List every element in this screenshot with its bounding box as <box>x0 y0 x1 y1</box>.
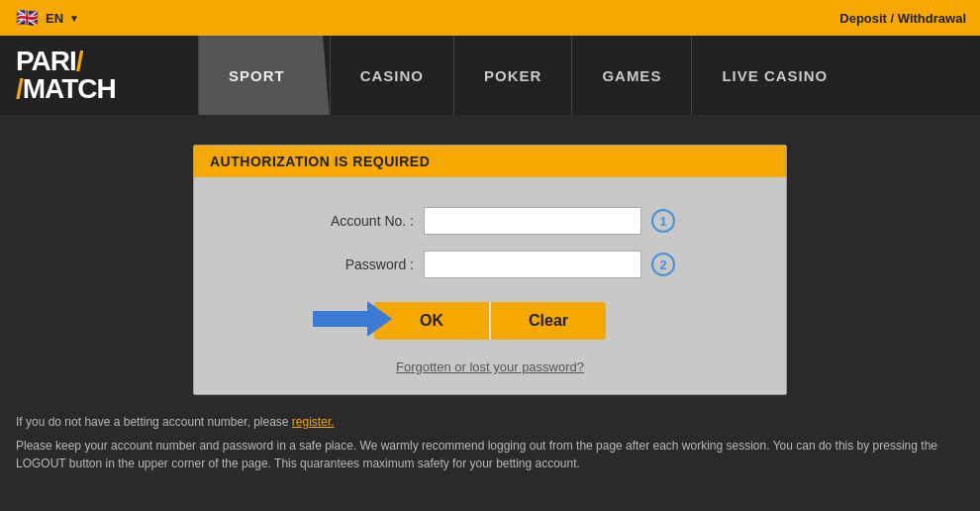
chevron-down-icon: ▼ <box>69 13 79 24</box>
footer-line1-prefix: If you do not have a betting account num… <box>16 415 292 429</box>
footer-line2: Please keep your account number and pass… <box>16 437 964 472</box>
register-link[interactable]: register. <box>292 415 335 429</box>
nav-item-games[interactable]: GAMES <box>571 36 691 115</box>
logo-match: /MATCH <box>16 75 116 103</box>
footer-line1: If you do not have a betting account num… <box>16 413 964 431</box>
password-row: Password : 2 <box>234 251 746 278</box>
password-label: Password : <box>305 256 414 272</box>
nav-item-casino[interactable]: CASINO <box>330 36 453 115</box>
deposit-withdrawal-link[interactable]: Deposit / Withdrawal <box>839 11 966 26</box>
auth-dialog: AUTHORIZATION IS REQUIRED Account No. : … <box>193 145 787 395</box>
account-label: Account No. : <box>305 213 414 229</box>
nav-item-poker[interactable]: POKER <box>453 36 571 115</box>
flag-icon: 🇬🇧 <box>14 9 40 27</box>
main-content: AUTHORIZATION IS REQUIRED Account No. : … <box>0 115 980 511</box>
main-nav: SPORT CASINO POKER GAMES LIVE CASINO <box>198 36 980 115</box>
auth-header: AUTHORIZATION IS REQUIRED <box>194 146 786 177</box>
svg-marker-0 <box>313 301 392 337</box>
header: PARI/ /MATCH SPORT CASINO POKER GAMES LI… <box>0 36 980 115</box>
logo-slash-icon: / <box>76 46 83 76</box>
lang-text: EN <box>46 11 63 26</box>
lang-selector[interactable]: 🇬🇧 EN ▼ <box>14 9 79 27</box>
logo: PARI/ /MATCH <box>16 48 116 103</box>
password-input[interactable] <box>424 251 641 278</box>
circle-1-icon: 1 <box>651 209 675 233</box>
arrow-icon <box>313 301 392 341</box>
buttons-row: OK Clear <box>234 302 746 340</box>
circle-2-icon: 2 <box>651 253 675 276</box>
account-row: Account No. : 1 <box>234 207 746 235</box>
nav-item-live-casino[interactable]: LIVE CASINO <box>691 36 857 115</box>
forgot-password-link[interactable]: Forgotten or lost your password? <box>396 359 584 374</box>
top-bar: 🇬🇧 EN ▼ Deposit / Withdrawal <box>0 0 980 36</box>
logo-pari: PARI/ <box>16 48 116 75</box>
clear-button[interactable]: Clear <box>489 302 606 340</box>
nav-item-sport[interactable]: SPORT <box>198 36 330 115</box>
auth-body: Account No. : 1 Password : 2 OK Clear <box>194 177 786 394</box>
logo-area: PARI/ /MATCH <box>0 36 198 115</box>
footer-text: If you do not have a betting account num… <box>0 395 980 478</box>
account-input[interactable] <box>424 207 641 235</box>
